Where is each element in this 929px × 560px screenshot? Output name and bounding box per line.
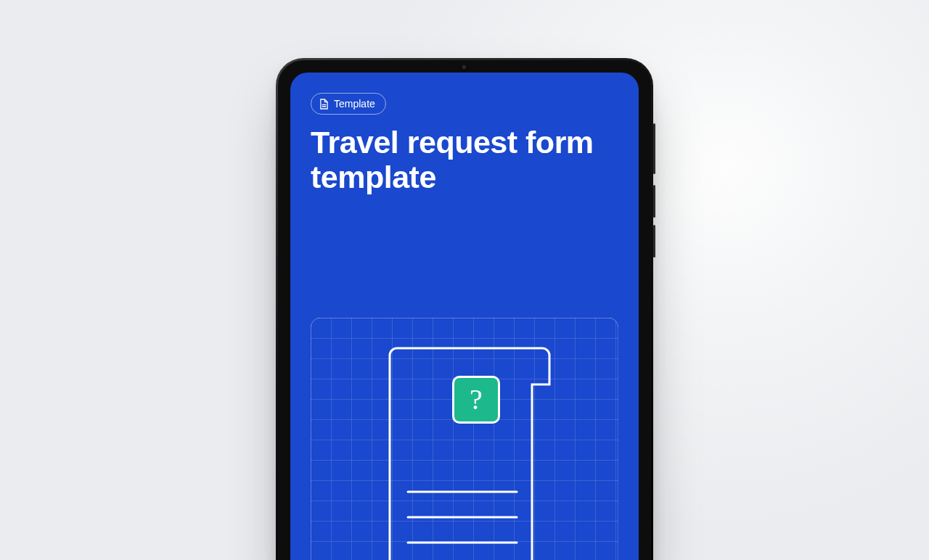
question-mark-icon: ? xyxy=(470,385,483,414)
tablet-device: Template Travel request form template xyxy=(276,58,653,560)
tablet-camera xyxy=(462,65,467,70)
page-title: Travel request form template xyxy=(311,125,618,194)
tablet-power-button xyxy=(653,123,655,174)
template-badge: Template xyxy=(311,93,386,115)
tablet-volume-up xyxy=(653,185,655,218)
template-badge-label: Template xyxy=(334,98,375,110)
stage: Template Travel request form template xyxy=(0,0,929,560)
screen-content: Template Travel request form template xyxy=(290,73,639,560)
tablet-volume-down xyxy=(653,225,655,258)
question-mark-tile: ? xyxy=(452,376,500,424)
tablet-screen: Template Travel request form template xyxy=(290,73,639,560)
form-illustration: ? xyxy=(311,318,618,560)
document-icon xyxy=(319,99,329,110)
